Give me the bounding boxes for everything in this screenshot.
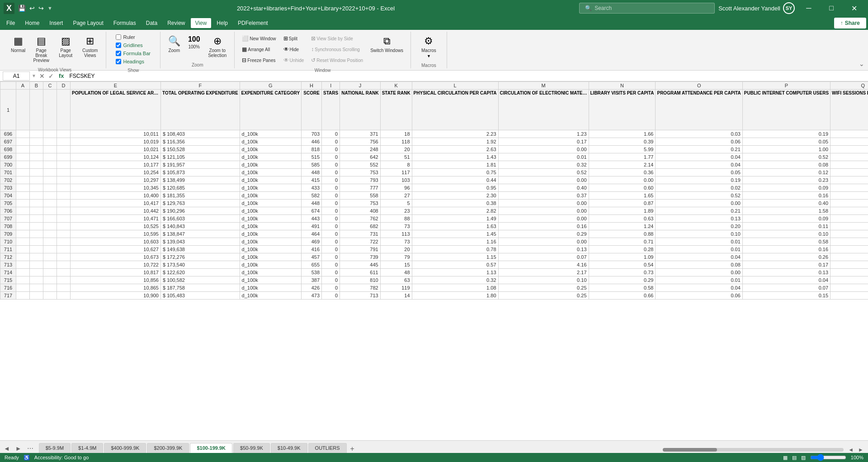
cell-B-704[interactable]	[30, 192, 43, 200]
cell-A-716[interactable]	[16, 284, 30, 292]
cell-F-701[interactable]: $ 105,873	[161, 169, 240, 176]
confirm-formula-button[interactable]: ✓	[47, 72, 55, 80]
cell-F-704[interactable]: $ 181,355	[161, 192, 240, 200]
zoom-slider[interactable]	[810, 455, 846, 460]
cell-K-717[interactable]: 14	[380, 292, 412, 300]
cell-P-696[interactable]: 0.19	[742, 130, 830, 138]
cell-E-704[interactable]: 10,400	[71, 192, 161, 200]
cell-F-705[interactable]: $ 129,763	[161, 200, 240, 207]
cell-O-706[interactable]: 0.21	[656, 207, 742, 215]
gridlines-checkbox[interactable]	[116, 43, 121, 48]
cell-O-707[interactable]: 0.13	[656, 215, 742, 223]
cell-D-713[interactable]	[57, 261, 71, 269]
cell-I-699[interactable]: 0	[322, 153, 340, 161]
cell-C-708[interactable]	[43, 223, 57, 230]
cell-K-712[interactable]: 79	[380, 253, 412, 261]
cell-E-702[interactable]: 10,297	[71, 176, 161, 184]
cell-K-702[interactable]: 103	[380, 176, 412, 184]
cell-A-699[interactable]	[16, 153, 30, 161]
cell-G-710[interactable]: d_100k	[240, 238, 301, 246]
cell-Q-710[interactable]: 0.00	[830, 238, 868, 246]
cell-F-706[interactable]: $ 190,296	[161, 207, 240, 215]
cell-G-702[interactable]: d_100k	[240, 176, 301, 184]
cell-J-697[interactable]: 756	[340, 138, 380, 146]
cell-I-706[interactable]: 0	[322, 207, 340, 215]
cell-M-700[interactable]: 0.32	[498, 161, 589, 169]
cell-N-708[interactable]: 1.24	[589, 223, 656, 230]
cell-O-705[interactable]: 0.00	[656, 200, 742, 207]
cell-E-701[interactable]: 10,254	[71, 169, 161, 176]
view-page-break-button[interactable]: ▨	[801, 455, 806, 461]
cell-D-710[interactable]	[57, 238, 71, 246]
cell-B-716[interactable]	[30, 284, 43, 292]
cell-C-698[interactable]	[43, 146, 57, 153]
cell-O-712[interactable]: 0.04	[656, 253, 742, 261]
insert-function-button[interactable]: fx	[59, 72, 64, 79]
cell-F-699[interactable]: $ 121,105	[161, 153, 240, 161]
cell-F-702[interactable]: $ 138,499	[161, 176, 240, 184]
menu-help[interactable]: Help	[212, 18, 232, 28]
cell-G-701[interactable]: d_100k	[240, 169, 301, 176]
cell-L-709[interactable]: 1.45	[412, 230, 498, 238]
cell-B-699[interactable]	[30, 153, 43, 161]
cell-M-696[interactable]: 1.23	[498, 130, 589, 138]
cell-H-707[interactable]: 443	[302, 215, 322, 223]
cell-A-708[interactable]	[16, 223, 30, 230]
cell-N-699[interactable]: 1.77	[589, 153, 656, 161]
cell-Q-700[interactable]: 1.60	[830, 161, 868, 169]
cell-L-706[interactable]: 2.82	[412, 207, 498, 215]
cell-K-705[interactable]: 5	[380, 200, 412, 207]
cell-D-703[interactable]	[57, 184, 71, 192]
cell-P-698[interactable]: 1.00	[742, 146, 830, 153]
cell-Q-716[interactable]: 0.14	[830, 284, 868, 292]
cell-D-711[interactable]	[57, 246, 71, 253]
ruler-checkbox-label[interactable]: Ruler	[113, 33, 153, 41]
cell-L-708[interactable]: 1.63	[412, 223, 498, 230]
macros-button[interactable]: ⚙ Macros ▼	[419, 33, 439, 60]
cell-G-709[interactable]: d_100k	[240, 230, 301, 238]
cell-N-706[interactable]: 1.89	[589, 207, 656, 215]
cell-J-705[interactable]: 753	[340, 200, 380, 207]
cell-M-711[interactable]: 0.13	[498, 246, 589, 253]
cell-C-711[interactable]	[43, 246, 57, 253]
cell-M-708[interactable]: 0.16	[498, 223, 589, 230]
cell-O-710[interactable]: 0.01	[656, 238, 742, 246]
cell-G-704[interactable]: d_100k	[240, 192, 301, 200]
cell-Q-708[interactable]: 0.14	[830, 223, 868, 230]
col-header-G[interactable]: G	[240, 82, 301, 90]
new-window-button[interactable]: ⬜ New Window	[239, 33, 278, 43]
cell-H-701[interactable]: 448	[302, 169, 322, 176]
cell-C-707[interactable]	[43, 215, 57, 223]
cell-A-703[interactable]	[16, 184, 30, 192]
cell-C-703[interactable]	[43, 184, 57, 192]
cell-L-700[interactable]: 1.81	[412, 161, 498, 169]
cell-P-700[interactable]: 0.08	[742, 161, 830, 169]
cell-I-712[interactable]: 0	[322, 253, 340, 261]
cell-O-708[interactable]: 0.20	[656, 223, 742, 230]
cell-F-696[interactable]: $ 108,403	[161, 130, 240, 138]
cell-B-706[interactable]	[30, 207, 43, 215]
cell-C-697[interactable]	[43, 138, 57, 146]
cell-E-705[interactable]: 10,417	[71, 200, 161, 207]
minimize-button[interactable]: ─	[798, 0, 819, 16]
cell-B-709[interactable]	[30, 230, 43, 238]
share-button[interactable]: ↑ Share	[834, 18, 866, 29]
cell-M-710[interactable]: 0.00	[498, 238, 589, 246]
cell-Q-705[interactable]: 0.25	[830, 200, 868, 207]
cell-E-699[interactable]: 10,124	[71, 153, 161, 161]
cell-J-709[interactable]: 731	[340, 230, 380, 238]
view-side-button[interactable]: ⊠ View Side by Side	[308, 33, 366, 43]
cell-H-704[interactable]: 582	[302, 192, 322, 200]
cell-J-714[interactable]: 611	[340, 269, 380, 276]
cell-Q-696[interactable]: 3.29	[830, 130, 868, 138]
cell-N-707[interactable]: 0.63	[589, 215, 656, 223]
cell-F-703[interactable]: $ 120,685	[161, 184, 240, 192]
search-input[interactable]	[594, 5, 708, 11]
redo-button[interactable]: ↪	[38, 5, 44, 12]
cell-O-704[interactable]: 0.52	[656, 192, 742, 200]
cell-O-701[interactable]: 0.05	[656, 169, 742, 176]
cell-E-698[interactable]: 10,021	[71, 146, 161, 153]
cell-J-704[interactable]: 558	[340, 192, 380, 200]
ruler-checkbox[interactable]	[116, 34, 121, 40]
cell-G-705[interactable]: d_100k	[240, 200, 301, 207]
